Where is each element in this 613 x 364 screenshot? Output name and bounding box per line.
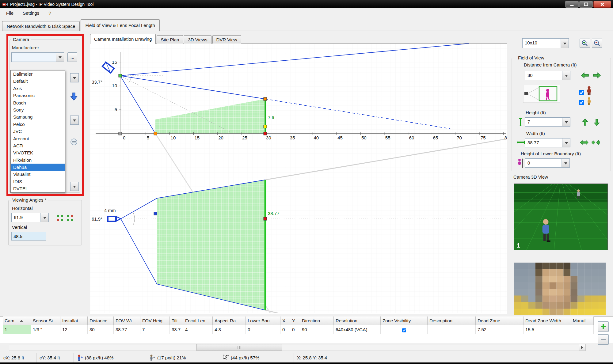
menu-item[interactable]: File [2,8,18,19]
manufacturer-option[interactable]: Samsung [11,113,65,120]
browse-manufacturer-button[interactable]: ... [67,52,77,62]
lower-boundary-combobox[interactable]: 0 [525,158,570,168]
canvas-tab[interactable]: 3D Views [184,35,211,44]
zone-visibility-checkbox[interactable] [402,328,406,333]
table-cell[interactable] [428,325,476,334]
increase-distance-arrow-icon[interactable] [592,72,601,79]
table-cell[interactable]: 0 [246,325,280,334]
plan-distance-handle[interactable] [264,217,267,220]
manufacturer-option[interactable]: Dallmeier [11,70,65,78]
table-cell[interactable]: 38.77 [114,325,140,334]
installation-drawing-area[interactable]: 05101520253035404550556065707580 15105 [90,43,507,314]
move-down-icon[interactable] [70,92,78,101]
manufacturer-option[interactable]: Arecont [11,135,65,142]
table-cell[interactable]: 4:3 [213,325,246,334]
distance-dropdown-button[interactable] [562,71,570,80]
manufacturer-option[interactable]: Pelco [11,121,65,128]
grid-scale-combobox[interactable]: 10x10 [522,38,569,48]
column-header[interactable]: Cam... [3,317,31,325]
decrease-height-arrow-icon[interactable] [593,118,600,127]
minimize-button[interactable] [565,1,579,8]
camera-handle[interactable] [119,74,122,77]
table-cell[interactable]: 90 [300,325,334,334]
column-header[interactable]: Zone Visibility [381,317,428,325]
table-cell[interactable]: 640x480 (VGA) [334,325,381,334]
manufacturer-option[interactable]: IDIS [11,178,65,185]
increase-height-arrow-icon[interactable] [582,118,588,127]
table-cell[interactable]: 1 [3,325,31,334]
canvas-tab[interactable]: DVR View [212,35,241,44]
column-header[interactable]: Manuf... [571,317,594,325]
column-header[interactable]: Installat... [60,317,88,325]
table-row[interactable]: 11/3 "123038.77733.744:300090640x480 (VG… [3,325,594,334]
show-person-1-checkbox[interactable] [579,90,584,95]
manufacturer-dropdown-button[interactable] [56,53,64,62]
collapse-angles-icon[interactable] [67,214,74,222]
column-header[interactable]: Resolution [334,317,381,325]
lens-dropdown-button-partial[interactable] [70,182,79,191]
show-person-2-checkbox[interactable] [579,100,584,105]
distance-combobox[interactable]: 30 [525,71,570,80]
manufacturer-option[interactable]: Hikvision [11,157,65,164]
model-dropdown-button-partial[interactable] [70,73,79,82]
manufacturer-option[interactable]: Axis [11,85,65,92]
menu-item[interactable]: ? [44,8,55,19]
horizontal-scrollbar[interactable] [9,344,586,351]
table-cell[interactable]: 12 [60,325,88,334]
canvas-tab[interactable]: Camera Installation Drawing [90,34,156,44]
column-header[interactable]: FOV Wi... [114,317,140,325]
manufacturer-option[interactable]: Sony [11,106,65,113]
column-header[interactable]: Sensor Si... [31,317,60,325]
width-dropdown-button[interactable] [562,138,570,147]
scroll-right-button[interactable] [579,344,586,351]
origin-handle[interactable] [119,132,122,135]
table-cell[interactable] [381,325,428,334]
manufacturer-combobox[interactable] [11,52,64,62]
column-header[interactable]: X [280,317,290,325]
column-header[interactable]: Aspect Ra... [213,317,246,325]
column-header[interactable]: Direction [300,317,334,325]
expand-angles-icon[interactable] [56,214,63,222]
width-combobox[interactable]: 38.77 [525,138,570,147]
manufacturer-option[interactable]: Visualint [11,171,65,178]
camera-3d-view[interactable]: 1 [514,184,608,250]
manufacturer-option[interactable]: DVTEL [11,185,65,192]
zoom-out-button[interactable] [592,39,602,48]
table-cell[interactable]: 30 [88,325,114,334]
resolution-dropdown-button-partial[interactable] [70,116,79,125]
distance-handle[interactable] [264,132,267,135]
zoom-in-button[interactable] [580,39,590,48]
column-header[interactable]: Tilt [170,317,183,325]
height-combobox[interactable]: 7 [525,117,570,127]
add-camera-button[interactable] [598,321,609,332]
maximize-button[interactable] [579,1,593,8]
column-header[interactable]: Distance [88,317,114,325]
lower-boundary-handle[interactable] [264,125,267,128]
column-header[interactable]: Dead Zone [476,317,524,325]
table-cell[interactable]: 7 [140,325,170,334]
scrollbar-thumb[interactable] [196,344,282,351]
height-dropdown-button[interactable] [562,118,570,126]
column-header[interactable]: Dead Zone Width [524,317,571,325]
table-cell[interactable]: 0 [280,325,290,334]
table-cell[interactable]: 0 [290,325,300,334]
grid-scale-dropdown-button[interactable] [561,39,569,48]
table-cell[interactable]: 33.7 [170,325,183,334]
main-tab[interactable]: Network Bandwidth & Disk Space [2,21,80,31]
main-tab[interactable]: Field of View & Lens Focal Length [81,19,159,31]
horizontal-angle-combobox[interactable]: 61.9 [11,213,49,222]
manufacturer-option[interactable]: Panasonic [11,92,65,99]
remove-camera-button[interactable] [598,334,609,345]
menu-item[interactable]: Settings [18,8,44,19]
manufacturer-option[interactable]: Dahua [11,164,65,171]
manufacturer-option[interactable]: Default [11,78,65,85]
table-cell[interactable] [571,325,594,334]
horizontal-angle-dropdown-button[interactable] [40,213,48,222]
vertical-angle-field[interactable] [11,232,46,241]
table-cell[interactable]: 4 [183,325,213,334]
column-header[interactable]: FOV Heig... [140,317,170,325]
installation-drawing-canvas[interactable]: 05101520253035404550556065707580 15105 [90,44,507,313]
column-header[interactable]: Focal Len... [183,317,213,325]
fov-top-handle[interactable] [264,97,267,100]
decrease-distance-arrow-icon[interactable] [581,72,590,79]
